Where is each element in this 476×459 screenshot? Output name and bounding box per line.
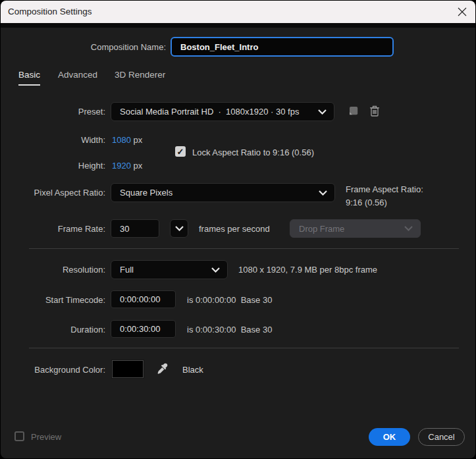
tab-3d-renderer[interactable]: 3D Renderer	[115, 70, 165, 84]
width-unit: px	[134, 135, 143, 145]
frame-rate-input[interactable]	[111, 219, 159, 238]
width-value-row: 1080 px	[112, 135, 142, 145]
frame-aspect-ratio-label: Frame Aspect Ratio:	[346, 184, 423, 194]
duration-info: is 0:00:30:00 Base 30	[187, 325, 272, 335]
trash-icon	[369, 105, 381, 117]
frame-rate-preset-button[interactable]	[170, 219, 188, 238]
close-button[interactable]	[454, 3, 471, 20]
dialog-body	[1, 28, 475, 458]
drop-frame-dropdown: Drop Frame	[290, 219, 421, 238]
frame-aspect-ratio-value: 9:16 (0.56)	[346, 198, 387, 207]
drop-frame-value: Drop Frame	[290, 224, 344, 234]
eyedropper-icon	[155, 362, 169, 375]
cancel-button[interactable]: Cancel	[418, 428, 465, 446]
start-timecode-input[interactable]	[111, 290, 176, 308]
checkmark-icon: ✓	[177, 147, 184, 157]
preset-label: Preset:	[0, 107, 105, 117]
resolution-dropdown[interactable]: Full	[111, 260, 228, 279]
preset-dropdown[interactable]: Social Media Portrait HD · 1080x1920 · 3…	[111, 102, 334, 121]
titlebar-shadow	[1, 23, 475, 28]
resolution-label: Resolution:	[0, 265, 105, 275]
duration-label: Duration:	[0, 325, 105, 335]
preview-label: Preview	[31, 432, 61, 442]
lock-aspect-checkbox[interactable]: ✓	[175, 146, 186, 157]
composition-name-input[interactable]	[171, 37, 394, 57]
delete-preset-button[interactable]	[369, 105, 381, 120]
height-label: Height:	[0, 161, 105, 171]
chevron-down-icon	[211, 267, 220, 273]
duration-input[interactable]	[111, 320, 176, 338]
frames-per-second-label: frames per second	[199, 224, 270, 234]
height-value-row: 1920 px	[112, 161, 142, 171]
pixel-aspect-ratio-value: Square Pixels	[111, 188, 172, 198]
start-timecode-info: is 0:00:00:00 Base 30	[187, 295, 272, 305]
height-value[interactable]: 1920	[112, 161, 131, 171]
start-timecode-label: Start Timecode:	[0, 295, 105, 305]
chevron-down-icon	[404, 226, 413, 231]
chevron-down-icon	[318, 109, 327, 115]
width-value[interactable]: 1080	[112, 135, 131, 145]
save-preset-button[interactable]	[348, 105, 359, 120]
preset-value: Social Media Portrait HD · 1080x1920 · 3…	[111, 107, 299, 117]
width-label: Width:	[0, 135, 105, 145]
frame-rate-label: Frame Rate:	[0, 224, 105, 234]
close-icon	[458, 7, 467, 16]
dialog-title: Composition Settings	[8, 1, 92, 23]
resolution-value: Full	[111, 265, 134, 275]
background-color-label: Background Color:	[0, 365, 105, 375]
tab-basic[interactable]: Basic	[18, 70, 40, 86]
lock-aspect-label: Lock Aspect Ratio to 9:16 (0.56)	[192, 148, 314, 157]
section-divider	[29, 348, 459, 348]
save-preset-icon	[348, 105, 359, 117]
resolution-info: 1080 x 1920, 7.9 MB per 8bpc frame	[238, 265, 377, 275]
background-color-name: Black	[182, 365, 203, 375]
pixel-aspect-ratio-dropdown[interactable]: Square Pixels	[111, 183, 335, 202]
ok-button[interactable]: OK	[369, 428, 410, 446]
eyedropper-button[interactable]	[155, 362, 169, 378]
chevron-down-icon	[175, 226, 184, 231]
preview-checkbox[interactable]	[14, 431, 24, 441]
pixel-aspect-ratio-label: Pixel Aspect Ratio:	[0, 188, 105, 198]
composition-name-label: Composition Name:	[66, 42, 166, 52]
section-divider	[29, 248, 459, 249]
background-color-swatch[interactable]	[112, 360, 144, 378]
composition-settings-dialog: Composition Settings Composition Name: B…	[0, 0, 476, 459]
title-bar: Composition Settings	[1, 1, 475, 23]
height-unit: px	[134, 161, 143, 171]
chevron-down-icon	[319, 190, 327, 196]
tab-advanced[interactable]: Advanced	[58, 70, 97, 84]
